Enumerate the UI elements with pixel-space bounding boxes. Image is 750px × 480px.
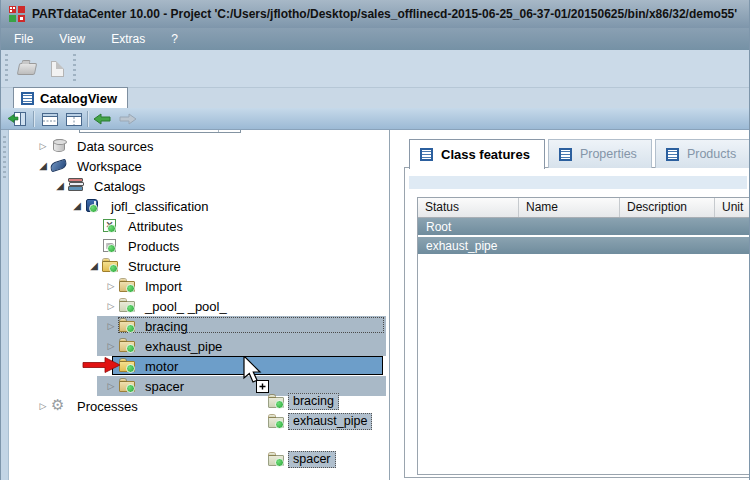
tree-item-label: Import [142,279,185,294]
expander-expanded-icon[interactable]: ◢ [36,156,50,176]
tree-item-structure[interactable]: ◢Structure [9,256,389,276]
folder-icon [118,318,138,334]
tree-item-workspace[interactable]: ◢Workspace [9,156,389,176]
tree-item-label: bracing [142,319,191,334]
tree-item-catalogs[interactable]: ◢Catalogs [9,176,389,196]
folder-icon [267,452,286,467]
class-features-toolbar [409,176,747,189]
tree-item-data-sources[interactable]: ▷Data sources [9,136,389,156]
app-window: PARTdataCenter 10.00 - Project 'C:/Users… [0,0,750,480]
document-icon [51,61,64,77]
toolbar-separator [87,111,88,127]
folder-icon [118,278,138,294]
table-row[interactable]: Root [418,218,750,235]
menu-extras[interactable]: Extras [98,28,158,50]
tree-item-label: Products [125,239,182,254]
tree-item-attributes[interactable]: ✕Attributes [9,216,389,236]
drag-ghost-label: bracing [288,393,339,410]
expander-collapsed-icon[interactable]: ▷ [104,336,118,356]
tree-item-products[interactable]: Products [9,236,389,256]
tree-item-import[interactable]: ▷Import [9,276,389,296]
document-list-icon [666,148,679,161]
expander-collapsed-icon[interactable]: ▷ [104,276,118,296]
drag-ghost-label: spacer [288,451,336,468]
tree-item-label: motor [142,359,181,374]
class-features-pane: StatusNameDescriptionUnit Rootexhaust_pi… [404,167,750,478]
red-arrow-pointer [81,356,123,374]
tab-properties[interactable]: Properties [548,139,652,168]
tree-item-label: Attributes [125,219,186,234]
catalog-tree: ▷Data sources◢Workspace◢Catalogs◢jofl_cl… [9,136,389,426]
tree-item-bracing[interactable]: ▷bracing [9,316,389,336]
column-header-unit[interactable]: Unit [715,198,750,217]
menu-view[interactable]: View [46,28,98,50]
drag-ghost-spacer: spacer [267,451,336,468]
toolbar-drag-handle[interactable] [73,54,76,84]
panel-splitter[interactable] [389,130,390,480]
catalog-toolbar [1,108,750,130]
horizontal-split-icon [41,112,59,127]
tree-item-label: Structure [125,259,184,274]
tab-label: Class features [441,147,530,162]
expander-collapsed-icon[interactable]: ▷ [104,376,118,396]
table-header: StatusNameDescriptionUnit [418,198,750,218]
view-tabbar: CatalogView [1,88,750,108]
drag-ghost-exhaust-pipe: exhaust_pipe [267,413,372,430]
folder-icon [118,338,138,354]
toolbar-drag-handle[interactable] [5,54,8,84]
tree-item-label: Workspace [74,159,145,174]
folder-icon [267,414,286,429]
column-header-name[interactable]: Name [519,198,620,217]
back-button[interactable] [91,110,113,128]
expander-collapsed-icon[interactable]: ▷ [36,396,50,416]
horizontal-layout-button[interactable] [39,110,61,128]
vertical-layout-button[interactable] [63,110,85,128]
menu-help[interactable]: ? [158,28,191,50]
menu-file[interactable]: File [1,28,46,50]
tree-item-motor[interactable]: motor [9,356,389,376]
column-header-status[interactable]: Status [418,198,519,217]
open-project-button[interactable] [15,58,39,80]
tree-item-jofl-classification[interactable]: ◢jofl_classification [9,196,389,216]
gear-icon: ⚙ [50,398,70,414]
new-document-button[interactable] [45,58,69,80]
catalog-view-icon [21,92,34,105]
tab-label: Properties [580,147,637,161]
document-list-icon [559,148,572,161]
cell-status: exhaust_pipe [418,239,519,253]
tree-item-pool-pool[interactable]: ▷_pool_ _pool_ [9,296,389,316]
folder-pale-icon [118,298,138,314]
expander-expanded-icon[interactable]: ◢ [70,196,84,216]
forward-button[interactable] [117,110,139,128]
tree-item-label: exhaust_pipe [142,339,225,354]
back-arrow-icon [92,112,112,126]
table-row[interactable]: exhaust_pipe [418,237,750,254]
drag-copy-cursor [243,356,273,398]
dock-panel-icon [7,111,27,127]
class-features-table: StatusNameDescriptionUnit Rootexhaust_pi… [417,197,750,475]
tree-item-label: _pool_ _pool_ [142,299,230,314]
forward-arrow-icon [118,112,138,126]
tree-item-label: Data sources [74,139,157,154]
tree-item-label: spacer [142,379,187,394]
window-title: PARTdataCenter 10.00 - Project 'C:/Users… [32,7,737,21]
expander-expanded-icon[interactable]: ◢ [53,176,67,196]
tab-catalogview[interactable]: CatalogView [13,87,128,108]
tab-class-features[interactable]: Class features [409,139,545,169]
toolbar-separator [33,111,34,127]
expander-collapsed-icon[interactable]: ▷ [36,136,50,156]
document-list-icon [420,148,433,161]
expander-collapsed-icon[interactable]: ▷ [104,296,118,316]
tab-products[interactable]: Products [655,139,750,168]
drag-ghost-label: exhaust_pipe [288,413,372,430]
vertical-split-icon [65,112,83,127]
tree-item-exhaust-pipe[interactable]: ▷exhaust_pipe [9,336,389,356]
column-header-description[interactable]: Description [620,198,715,217]
main-toolbar: German ▼ [1,50,750,88]
dock-edge-strip [1,130,9,480]
menubar: FileViewExtras? [1,28,750,50]
expander-expanded-icon[interactable]: ◢ [87,256,101,276]
dock-panel-button[interactable] [6,110,28,128]
cell-status: Root [418,220,519,234]
expander-collapsed-icon[interactable]: ▷ [104,316,118,336]
